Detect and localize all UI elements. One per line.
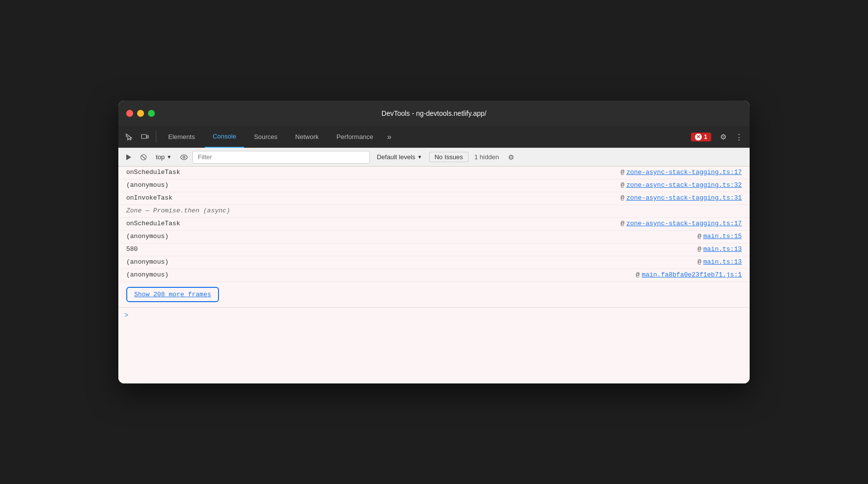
source-link[interactable]: zone-async-stack-tagging.ts:31 [626,194,742,202]
at-symbol: @ [620,220,624,227]
tab-bar: Elements Console Sources Network Perform… [118,126,750,148]
titlebar: DevTools - ng-devtools.netlify.app/ [118,101,750,126]
source-link[interactable]: main.fa8bfa0e23f1eb71.js:1 [642,271,742,278]
levels-chevron-icon: ▼ [417,154,422,160]
source-link[interactable]: main.ts:13 [703,258,742,266]
close-button[interactable] [126,110,133,117]
function-name: onScheduleTask [126,220,620,227]
source-link[interactable]: zone-async-stack-tagging.ts:17 [626,169,742,176]
traffic-lights [126,110,155,117]
table-row: (anonymous) @ main.fa8bfa0e23f1eb71.js:1 [118,269,750,282]
at-symbol: @ [697,258,701,266]
console-toolbar: top ▼ Default levels ▼ No Issues 1 hidde… [118,148,750,167]
show-more-frames-button[interactable]: Show 208 more frames [126,287,219,302]
function-name: (anonymous) [126,233,697,240]
source-link[interactable]: zone-async-stack-tagging.ts:17 [626,220,742,227]
function-name: (anonymous) [126,258,697,266]
table-row: onScheduleTask @ zone-async-stack-taggin… [118,167,750,179]
context-selector[interactable]: top ▼ [152,152,176,162]
at-symbol: @ [620,169,624,176]
svg-rect-1 [147,136,148,138]
source-link[interactable]: main.ts:15 [703,233,742,240]
eye-icon[interactable] [178,151,190,164]
tab-console[interactable]: Console [205,126,244,148]
context-label: top [156,153,165,161]
devtools-window: DevTools - ng-devtools.netlify.app/ Elem… [118,101,750,383]
no-issues-button[interactable]: No Issues [429,152,469,162]
function-name: (anonymous) [126,181,620,189]
table-row: Zone — Promise.then (async) [118,205,750,218]
at-symbol: @ [697,233,701,240]
source-link[interactable]: zone-async-stack-tagging.ts:32 [626,181,742,189]
table-row: (anonymous) @ main.ts:15 [118,231,750,243]
maximize-button[interactable] [148,110,155,117]
at-symbol: @ [697,245,701,253]
show-more-row: Show 208 more frames [118,282,750,307]
error-badge[interactable]: ✕ 1 [691,133,711,141]
settings-icon[interactable]: ⚙ [716,130,730,144]
svg-line-4 [142,155,145,159]
tab-sources[interactable]: Sources [246,126,286,148]
levels-dropdown[interactable]: Default levels ▼ [372,152,427,162]
console-input-row: > [118,307,750,323]
at-symbol: @ [620,181,624,189]
device-toolbar-icon[interactable] [138,130,152,144]
hidden-count: 1 hidden [470,153,503,161]
table-row: (anonymous) @ zone-async-stack-tagging.t… [118,179,750,192]
function-name: onScheduleTask [126,169,620,176]
at-symbol: @ [636,271,640,278]
source-link[interactable]: main.ts:13 [703,245,742,253]
async-separator: Zone — Promise.then (async) [126,207,742,214]
svg-rect-0 [142,135,146,138]
more-options-icon[interactable]: ⋮ [732,130,746,144]
function-name: (anonymous) [126,271,636,278]
levels-label: Default levels [377,153,415,161]
tab-performance[interactable]: Performance [328,126,381,148]
tab-network[interactable]: Network [288,126,327,148]
svg-point-5 [183,156,185,158]
tab-elements[interactable]: Elements [160,126,203,148]
inspect-element-icon[interactable] [122,130,136,144]
console-settings-icon[interactable]: ⚙ [505,151,518,164]
tab-divider [156,131,156,143]
svg-marker-2 [126,154,131,160]
run-icon[interactable] [122,151,135,164]
table-row: 580 @ main.ts:13 [118,243,750,256]
window-title: DevTools - ng-devtools.netlify.app/ [382,109,487,117]
table-row: (anonymous) @ main.ts:13 [118,256,750,269]
console-prompt-icon: > [124,311,128,319]
dropdown-chevron-icon: ▼ [167,154,172,160]
minimize-button[interactable] [137,110,144,117]
more-tabs-icon[interactable]: » [383,133,396,141]
error-count: 1 [704,134,707,140]
filter-input[interactable] [192,151,370,164]
error-icon: ✕ [695,134,702,140]
clear-console-icon[interactable] [137,151,150,164]
at-symbol: @ [620,194,624,202]
table-row: onScheduleTask @ zone-async-stack-taggin… [118,218,750,231]
console-output: onScheduleTask @ zone-async-stack-taggin… [118,167,750,383]
function-name: 580 [126,245,697,253]
function-name: onInvokeTask [126,194,620,202]
table-row: onInvokeTask @ zone-async-stack-tagging.… [118,192,750,205]
